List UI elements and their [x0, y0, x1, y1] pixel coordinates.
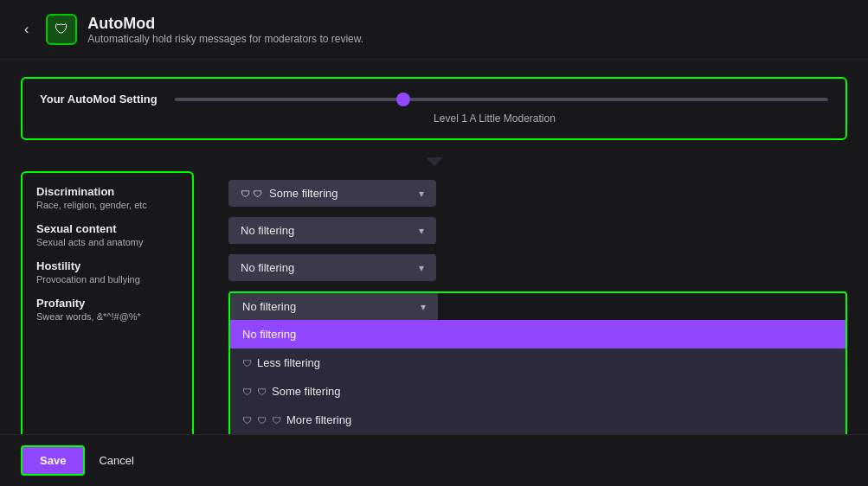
categories-section: Discrimination Race, religion, gender, e… — [21, 171, 847, 434]
sexual-dropdown-label: No filtering — [241, 224, 294, 237]
chevron-down-icon: ▾ — [419, 188, 424, 200]
header-text: AutoMod Automatically hold risky message… — [87, 15, 363, 45]
list-item: Hostility Provocation and bullying — [36, 259, 178, 285]
setting-row: Your AutoMod Setting — [40, 93, 828, 106]
shield-icon: 🛡 — [242, 415, 252, 425]
discrimination-dropdown[interactable]: 🛡 🛡 Some filtering ▾ — [228, 180, 436, 207]
dropdowns-column: 🛡 🛡 Some filtering ▾ No filtering ▾ No — [228, 171, 847, 434]
dropdown-option-no-filtering[interactable]: No filtering — [230, 320, 845, 349]
option-label: More filtering — [286, 413, 351, 426]
profanity-dropdown[interactable]: No filtering ▾ — [230, 293, 438, 320]
shield-icons: 🛡 🛡 — [241, 189, 262, 199]
cancel-button[interactable]: Cancel — [99, 454, 133, 467]
slider-container — [175, 98, 828, 101]
sexual-dropdown[interactable]: No filtering ▾ — [228, 217, 436, 244]
hostility-dropdown[interactable]: No filtering ▾ — [228, 254, 436, 281]
shield-icon: 🛡 — [257, 415, 267, 425]
shield-icon: 🛡 — [242, 358, 252, 368]
automod-icon: 🛡 — [46, 14, 77, 45]
category-name: Sexual content — [36, 222, 178, 235]
hostility-dropdown-label: No filtering — [241, 261, 294, 274]
page-title: AutoMod — [87, 15, 363, 33]
slider-thumb[interactable] — [396, 93, 410, 106]
list-item: Sexual content Sexual acts and anatomy — [36, 222, 178, 247]
shield-icon: 🛡 — [242, 387, 252, 397]
category-desc: Provocation and bullying — [36, 274, 178, 285]
category-name: Hostility — [36, 259, 178, 272]
footer-actions: Save Cancel — [0, 434, 868, 486]
header: ‹ 🛡 AutoMod Automatically hold risky mes… — [0, 0, 868, 60]
chevron-down-icon: ▾ — [421, 301, 426, 313]
profanity-dropdown-label: No filtering — [242, 300, 296, 313]
dropdown-option-less-filtering[interactable]: 🛡 Less filtering — [230, 349, 845, 377]
category-desc: Swear words, &*^!#@%* — [36, 311, 178, 322]
shield-icon: 🛡 — [257, 387, 267, 397]
discrimination-dropdown-label: Some filtering — [269, 187, 338, 200]
dropdown-option-more-filtering[interactable]: 🛡 🛡 🛡 More filtering — [230, 406, 845, 434]
profanity-dropdown-menu: No filtering 🛡 Less filtering 🛡 🛡 Some f… — [230, 320, 845, 434]
option-label: No filtering — [242, 328, 296, 341]
automod-setting-label: Your AutoMod Setting — [40, 93, 161, 106]
list-item: Discrimination Race, religion, gender, e… — [36, 185, 178, 210]
chevron-down-icon: ▾ — [419, 225, 424, 237]
category-name: Profanity — [36, 297, 178, 310]
category-desc: Sexual acts and anatomy — [36, 237, 178, 247]
sexual-dropdown-wrapper: No filtering ▾ — [228, 217, 847, 244]
slider-track — [175, 98, 828, 101]
option-label: Some filtering — [272, 385, 340, 398]
level-label: Level 1 A Little Moderation — [161, 112, 828, 125]
category-desc: Race, religion, gender, etc — [36, 200, 178, 210]
save-button[interactable]: Save — [21, 445, 85, 476]
back-button[interactable]: ‹ — [17, 18, 35, 41]
automod-setting-box: Your AutoMod Setting Level 1 A Little Mo… — [21, 77, 847, 140]
category-name: Discrimination — [36, 185, 178, 198]
discrimination-dropdown-wrapper: 🛡 🛡 Some filtering ▾ — [228, 180, 847, 207]
page-subtitle: Automatically hold risky messages for mo… — [87, 33, 363, 45]
shield-icon: 🛡 — [272, 415, 281, 425]
down-arrow-indicator — [21, 157, 847, 166]
dropdown-option-some-filtering[interactable]: 🛡 🛡 Some filtering — [230, 377, 845, 406]
hostility-dropdown-wrapper: No filtering ▾ — [228, 254, 847, 281]
main-content: Your AutoMod Setting Level 1 A Little Mo… — [0, 60, 868, 434]
list-item: Profanity Swear words, &*^!#@%* — [36, 297, 178, 322]
option-label: Less filtering — [257, 356, 320, 369]
slider-fill — [175, 98, 403, 101]
categories-list: Discrimination Race, religion, gender, e… — [21, 171, 194, 434]
chevron-down-icon: ▾ — [419, 262, 424, 274]
profanity-dropdown-wrapper: No filtering ▾ No filtering 🛡 Less filte… — [228, 291, 847, 434]
